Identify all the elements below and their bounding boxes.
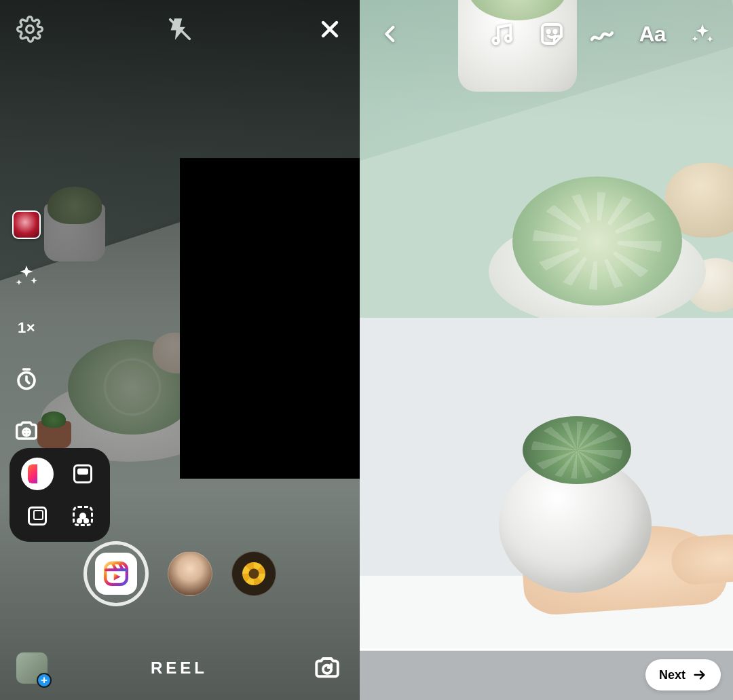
back-icon[interactable] <box>375 18 406 50</box>
layout-option-pip[interactable] <box>21 500 54 532</box>
flash-off-icon[interactable] <box>165 14 195 44</box>
audio-thumbnail <box>12 210 41 239</box>
layout-option-split-top[interactable] <box>67 458 99 490</box>
camera-bottom-bar: + REEL <box>0 635 360 700</box>
mode-label[interactable]: REEL <box>151 659 208 678</box>
layout-picker <box>10 448 110 542</box>
svg-point-6 <box>547 31 550 33</box>
layout-option-split-vertical[interactable] <box>21 458 54 490</box>
svg-point-0 <box>26 25 34 33</box>
music-icon[interactable] <box>486 18 517 50</box>
add-icon: + <box>37 673 52 688</box>
text-tool[interactable]: Aa <box>637 18 668 50</box>
layout-option-green-screen[interactable] <box>67 500 99 532</box>
settings-icon[interactable] <box>15 14 45 44</box>
next-button[interactable]: Next <box>645 659 721 690</box>
camera-screen: 1× + REEL <box>0 0 360 700</box>
capture-row <box>0 536 360 611</box>
secondary-capture-panel[interactable] <box>180 158 360 479</box>
next-label: Next <box>659 668 685 682</box>
scrubber[interactable] <box>360 648 733 650</box>
zoom-label: 1× <box>18 319 35 337</box>
timer-icon[interactable] <box>12 365 41 394</box>
effects-sparkle-icon[interactable] <box>687 18 718 50</box>
text-tool-label: Aa <box>639 22 666 47</box>
editor-top-bar: Aa <box>360 0 733 68</box>
story-image-bottom <box>360 318 733 650</box>
shutter-button[interactable] <box>83 541 149 606</box>
effect-face-filter[interactable] <box>168 551 212 596</box>
svg-point-7 <box>554 31 557 33</box>
arrow-right-icon <box>692 667 707 682</box>
story-editor-screen: Aa Next <box>360 0 733 700</box>
svg-point-4 <box>493 38 499 44</box>
svg-rect-3 <box>105 563 127 585</box>
svg-point-5 <box>506 35 512 41</box>
audio-track-button[interactable] <box>12 210 41 239</box>
zoom-level[interactable]: 1× <box>12 314 41 342</box>
gallery-button[interactable]: + <box>16 652 48 684</box>
story-canvas[interactable] <box>360 0 733 700</box>
camera-tool-column: 1× <box>12 210 41 445</box>
switch-camera-icon[interactable] <box>311 652 343 684</box>
reels-icon <box>95 553 137 595</box>
effect-sunflower[interactable] <box>231 551 276 596</box>
sticker-icon[interactable] <box>536 18 567 50</box>
camera-top-bar <box>0 0 360 58</box>
dual-capture-icon[interactable] <box>12 417 41 445</box>
draw-icon[interactable] <box>586 18 618 50</box>
close-icon[interactable] <box>315 14 345 44</box>
effects-icon[interactable] <box>12 262 41 291</box>
